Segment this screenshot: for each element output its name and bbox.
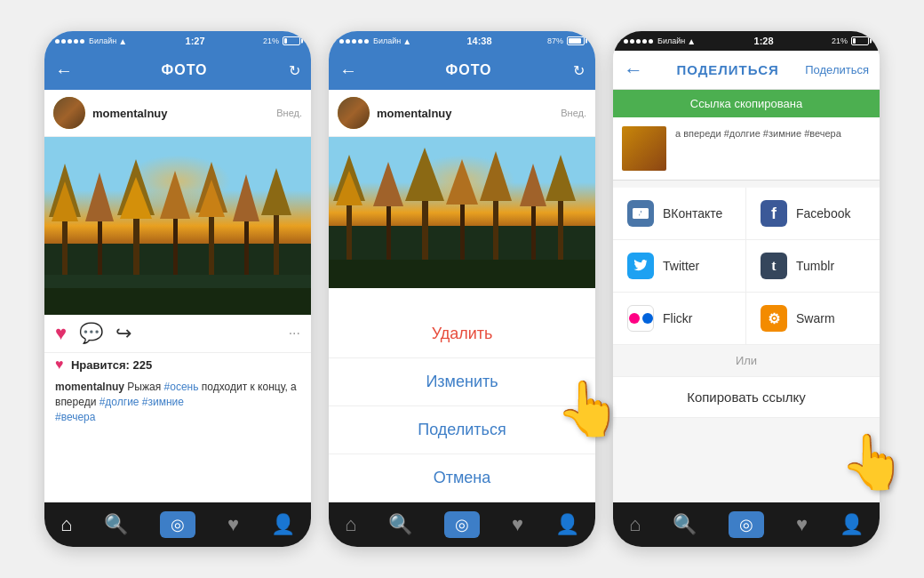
svg-marker-27 [405,148,444,201]
share-swarm[interactable]: ⚙ Swarm [746,293,880,345]
svg-rect-19 [44,288,311,315]
avatar [53,97,85,129]
flickr-dots [629,313,653,324]
nav-profile[interactable]: 👤 [271,513,295,536]
battery-icon [283,36,300,45]
likes-count: Нравится: 225 [71,358,152,372]
post-photo [44,137,311,315]
bottom-nav-2: ⌂ 🔍 ◎ ♥ 👤 [329,502,595,547]
svg-marker-17 [261,168,291,215]
wifi-icon-3: ▲ [687,36,696,46]
twitter-label: Twitter [663,259,699,273]
copy-banner: Ссылка скопирована [613,90,880,117]
signal-dot [624,39,628,44]
post-username-2: momentalnuy [377,107,452,120]
post-username: momentalnuy [92,107,168,120]
swarm-icon: ⚙ [761,305,787,332]
share-tumblr[interactable]: t Tumblr [746,240,880,293]
edit-button[interactable]: Изменить [329,358,595,406]
battery-icon-2 [567,36,585,45]
nav-heart-3[interactable]: ♥ [796,513,808,536]
nav-camera-3[interactable]: ◎ [729,511,764,538]
post-user-info-2: momentalnuy [377,107,452,120]
camera-icon-2: ◎ [455,515,469,534]
refresh-button[interactable]: ↻ [289,62,300,79]
nav-search-2[interactable]: 🔍 [388,513,412,536]
post-caption: momentalnuy Рыжая #осень подходит к конц… [44,376,311,431]
clock-2: 14:38 [466,36,491,46]
back-button-2[interactable]: ← [339,60,357,81]
battery-fill [284,38,287,44]
svg-rect-36 [329,260,595,288]
signal-dots [55,39,84,44]
post-time-2: Внед. [561,108,586,118]
caption-text: Рыжая [127,381,163,393]
nav-camera[interactable]: ◎ [160,511,195,538]
flickr-icon [627,305,654,332]
battery-icon-3 [851,36,869,45]
nav-search-3[interactable]: 🔍 [673,513,697,536]
flickr-dot-blue [642,313,653,324]
share-nav-title: ПОДЕЛИТЬСЯ [650,62,805,77]
share-screen: Ссылка скопирована а впереди #долгие #зи… [613,90,880,502]
status-bar-2: Билайн ▲ 14:38 87% [329,31,595,51]
nav-heart[interactable]: ♥ [227,513,239,536]
svg-marker-35 [546,155,576,201]
share-twitter[interactable]: Twitter [613,240,746,293]
swarm-label: Swarm [796,311,835,325]
status-left-3: Билайн ▲ [624,36,696,46]
facebook-label: Facebook [796,206,850,221]
signal-dots-3 [624,39,653,44]
share-preview: а впереди #долгие #зимние #вечера [613,117,880,181]
signal-dot [61,39,66,44]
nav-home-2[interactable]: ⌂ [345,513,356,536]
cancel-button[interactable]: Отмена [329,454,595,502]
copy-link-button[interactable]: Копировать ссылку [613,376,880,418]
twitter-icon [627,253,654,279]
share-nav-action[interactable]: Поделиться [805,63,869,76]
caption-tag4: #вечера [55,411,95,423]
like-button[interactable]: ♥ [55,322,67,345]
clock: 1:27 [186,36,205,46]
status-right-3: 21% [832,36,869,45]
signal-dot [358,39,362,44]
status-left-1: Билайн ▲ [55,36,127,46]
carrier-label-2: Билайн [373,36,401,45]
signal-dot [642,39,647,44]
signal-dot [630,39,634,44]
nav-search[interactable]: 🔍 [104,513,128,536]
back-button-3[interactable]: ← [624,59,643,82]
nav-home[interactable]: ⌂ [60,513,72,536]
more-button[interactable]: ··· [289,325,300,341]
signal-dots-2 [339,39,369,44]
post-user-info: momentalnuy [92,107,168,120]
preview-text: а впереди #долгие #зимние #вечера [675,126,841,141]
context-menu: Удалить Изменить Поделиться Отмена [329,310,595,502]
battery-percent: 21% [263,36,279,45]
avatar-image [53,97,85,129]
nav-profile-2[interactable]: 👤 [555,513,579,536]
actions-bar: ♥ 💬 ↪ ··· [44,315,311,353]
phone-2: Билайн ▲ 14:38 87% ← ФОТО ↻ momentalnuy [329,31,595,547]
share-button[interactable]: ↪ [116,322,131,345]
camera-icon: ◎ [171,515,185,534]
delete-button[interactable]: Удалить [329,310,595,358]
post-header-2: momentalnuy Внед. [329,90,595,137]
nav-profile-3[interactable]: 👤 [840,513,864,536]
status-right-2: 87% [547,36,585,45]
share-vk[interactable]: ВКонтакте [613,188,746,240]
nav-home-3[interactable]: ⌂ [629,513,641,536]
back-button[interactable]: ← [55,60,73,81]
nav-heart-2[interactable]: ♥ [512,513,523,536]
bottom-nav-1: ⌂ 🔍 ◎ ♥ 👤 [44,502,311,547]
signal-dot [80,39,84,44]
wifi-icon: ▲ [118,36,127,46]
carrier-label-3: Билайн [657,36,685,45]
share-facebook[interactable]: f Facebook [746,188,880,240]
refresh-button-2[interactable]: ↻ [573,62,585,79]
nav-camera-2[interactable]: ◎ [444,511,480,538]
share-option-button[interactable]: Поделиться [329,406,595,454]
share-flickr[interactable]: Flickr [613,293,746,345]
comment-button[interactable]: 💬 [79,322,103,345]
battery-fill-2 [569,38,581,44]
